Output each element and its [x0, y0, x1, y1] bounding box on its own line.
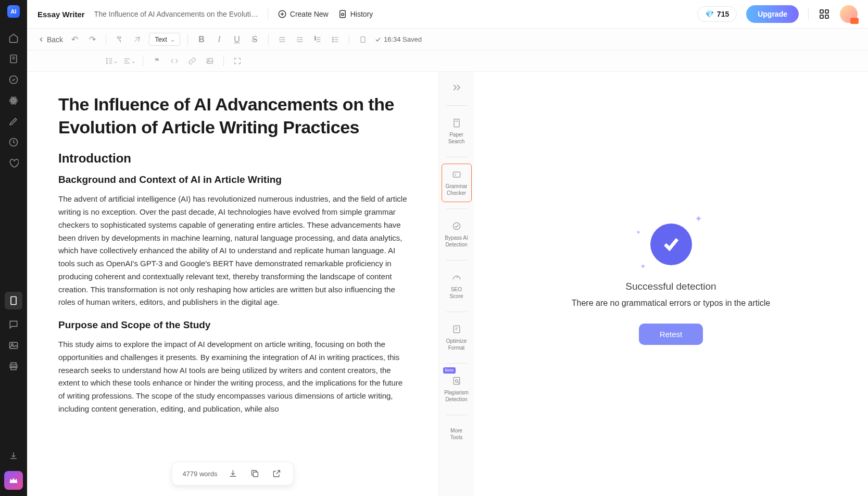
- svg-point-49: [453, 222, 460, 229]
- retest-button[interactable]: Retest: [639, 324, 703, 345]
- beta-badge: Beta: [443, 367, 456, 374]
- svg-rect-17: [820, 15, 823, 18]
- svg-point-30: [332, 37, 333, 38]
- heart-icon[interactable]: [8, 157, 19, 169]
- word-count: 4779 words: [182, 470, 217, 478]
- bullet-list-icon[interactable]: [329, 33, 342, 46]
- check-icon[interactable]: [8, 74, 19, 85]
- create-new-label: Create New: [290, 10, 329, 18]
- history-label: History: [350, 10, 373, 18]
- divider: [446, 105, 467, 106]
- app-title: Essay Writer: [37, 10, 85, 19]
- grammar-checker-label: Grammar Checker: [444, 183, 469, 196]
- image-icon[interactable]: [8, 340, 19, 351]
- chevron-left-icon: [37, 36, 45, 43]
- divider: [446, 208, 467, 209]
- background-paragraph: The advent of artificial intelligence (A…: [58, 193, 407, 309]
- divider: [268, 8, 268, 20]
- format-paint-icon[interactable]: [114, 33, 126, 46]
- italic-icon[interactable]: I: [213, 33, 225, 46]
- document-editor[interactable]: The Influence of AI Advancements on the …: [27, 72, 438, 496]
- plagiarism-icon: [451, 376, 462, 386]
- svg-point-32: [332, 41, 333, 42]
- seo-score-tool[interactable]: SEO Score: [442, 267, 472, 305]
- more-tools-label: More Tools: [444, 427, 469, 441]
- indent-increase-icon[interactable]: [294, 33, 306, 46]
- plagiarism-label: Plagiarism Detection: [444, 389, 469, 403]
- underline-icon[interactable]: U: [231, 33, 243, 46]
- download-small-icon[interactable]: [8, 450, 19, 462]
- download-icon[interactable]: [227, 467, 240, 480]
- fullscreen-icon[interactable]: [231, 55, 244, 67]
- redo-icon[interactable]: ↷: [86, 33, 98, 46]
- purpose-paragraph: This study aims to explore the impact of…: [58, 338, 407, 416]
- divider: [446, 415, 467, 415]
- apps-grid-icon[interactable]: [818, 8, 831, 20]
- divider: [808, 8, 809, 20]
- credits-value: 715: [717, 10, 729, 18]
- plagiarism-tool[interactable]: Beta Plagiarism Detection: [442, 370, 472, 408]
- pencil-icon[interactable]: [8, 116, 19, 127]
- code-icon[interactable]: [168, 55, 181, 67]
- checkmark-icon: [374, 36, 382, 43]
- user-avatar[interactable]: [840, 5, 858, 23]
- bold-icon[interactable]: B: [195, 33, 208, 46]
- page-icon[interactable]: [357, 33, 369, 46]
- svg-point-14: [341, 14, 344, 16]
- header-doc-title: The Influence of AI Advancements on the …: [94, 10, 258, 18]
- svg-point-3: [12, 100, 14, 101]
- more-tools[interactable]: More Tools: [442, 421, 472, 447]
- grammar-checker-tool[interactable]: Grammar Checker: [442, 164, 472, 202]
- undo-icon[interactable]: ↶: [68, 33, 81, 46]
- clear-format-icon[interactable]: [131, 33, 144, 46]
- paper-search-tool[interactable]: Paper Search: [442, 112, 472, 151]
- separator: [106, 34, 106, 45]
- success-message: There are no grammatical errors or typos…: [572, 299, 770, 308]
- separator: [349, 34, 349, 45]
- atom-icon[interactable]: [8, 95, 19, 106]
- success-badge-icon: ✦: [650, 224, 692, 265]
- document-footer-bar: 4779 words: [171, 462, 294, 486]
- collapse-strip-icon[interactable]: [451, 82, 462, 93]
- upgrade-button[interactable]: Upgrade: [746, 5, 799, 23]
- print-icon[interactable]: [8, 361, 19, 372]
- premium-crown-icon[interactable]: [4, 471, 23, 490]
- svg-rect-36: [361, 36, 365, 42]
- svg-text:2: 2: [315, 38, 316, 41]
- seo-score-label: SEO Score: [444, 286, 469, 300]
- history-button[interactable]: History: [338, 9, 373, 19]
- divider: [446, 312, 467, 312]
- svg-point-52: [455, 380, 458, 382]
- link-icon[interactable]: [186, 55, 198, 67]
- quote-icon[interactable]: ❝: [150, 55, 163, 67]
- bypass-ai-tool[interactable]: Bypass AI Detection: [442, 215, 472, 254]
- separator: [187, 34, 188, 45]
- bypass-ai-label: Bypass AI Detection: [444, 234, 469, 248]
- saved-label: 16:34 Saved: [384, 35, 422, 43]
- optimize-format-tool[interactable]: Optimize Format: [442, 318, 472, 357]
- strikethrough-icon[interactable]: S: [248, 33, 261, 46]
- app-logo[interactable]: AI: [7, 5, 20, 18]
- svg-rect-18: [825, 15, 828, 18]
- indent-decrease-icon[interactable]: [276, 33, 288, 46]
- image-insert-icon[interactable]: [204, 55, 216, 67]
- document-icon[interactable]: [8, 53, 19, 65]
- history-icon[interactable]: [8, 137, 19, 148]
- credits-pill[interactable]: 💎 715: [697, 6, 737, 22]
- plus-circle-icon: [278, 9, 287, 19]
- home-icon[interactable]: [8, 32, 19, 44]
- saved-indicator: 16:34 Saved: [374, 35, 422, 43]
- line-spacing-icon[interactable]: ⌄: [105, 55, 118, 67]
- back-button[interactable]: Back: [37, 35, 63, 44]
- create-new-button[interactable]: Create New: [278, 9, 329, 19]
- external-link-icon[interactable]: [271, 467, 283, 480]
- text-style-select[interactable]: Text: [149, 33, 180, 46]
- ordered-list-icon[interactable]: 12: [311, 33, 324, 46]
- divider: [446, 363, 467, 364]
- copy-icon[interactable]: [249, 467, 261, 480]
- chat-icon[interactable]: [8, 319, 19, 330]
- top-header: Essay Writer The Influence of AI Advance…: [27, 0, 868, 29]
- file-active-icon[interactable]: [5, 292, 22, 309]
- right-tool-strip: Paper Search Grammar Checker Bypass AI D…: [438, 72, 474, 496]
- align-icon[interactable]: ⌄: [123, 55, 135, 67]
